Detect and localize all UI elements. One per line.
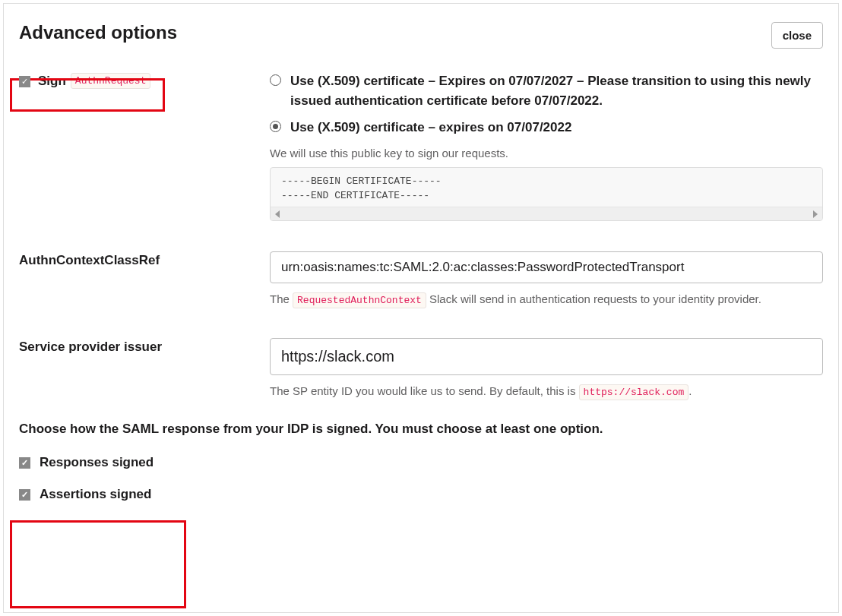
close-button[interactable]: close: [771, 22, 823, 49]
advanced-options-panel: Advanced options close ✓ Sign AuthnReque…: [3, 3, 839, 613]
responses-signed-label: Responses signed: [40, 455, 154, 470]
radio-icon: [270, 74, 281, 86]
assertions-signed-label: Assertions signed: [40, 487, 151, 502]
authn-context-row: AuthnContextClassRef The RequestedAuthnC…: [19, 251, 823, 308]
signing-section-note: Choose how the SAML response from your I…: [19, 422, 823, 437]
radio-selected-icon: [270, 121, 281, 132]
sp-issuer-input[interactable]: [270, 338, 823, 375]
cert-help-text: We will use this public key to sign our …: [270, 145, 823, 163]
authn-context-input[interactable]: [270, 251, 823, 283]
requested-authn-context-chip: RequestedAuthnContext: [293, 292, 426, 308]
checkbox-icon: ✓: [19, 489, 30, 501]
panel-header: Advanced options close: [19, 22, 823, 49]
sign-authnrequest-control[interactable]: ✓ Sign AuthnRequest: [19, 73, 270, 89]
highlight-response-signing: [10, 520, 186, 608]
cert-radio-option-new[interactable]: Use (X.509) certificate – Expires on 07/…: [270, 71, 823, 112]
certificate-textarea[interactable]: -----BEGIN CERTIFICATE----- -----END CER…: [270, 167, 823, 221]
page-title: Advanced options: [19, 22, 177, 43]
sign-authnrequest-row: ✓ Sign AuthnRequest Use (X.509) certific…: [19, 71, 823, 221]
cert-radio-label-old: Use (X.509) certificate – expires on 07/…: [290, 118, 571, 137]
assertions-signed-checkbox[interactable]: ✓ Assertions signed: [19, 487, 823, 502]
checkbox-icon: ✓: [19, 457, 30, 469]
cert-radio-option-old[interactable]: Use (X.509) certificate – expires on 07/…: [270, 118, 823, 137]
cert-radio-label-new: Use (X.509) certificate – Expires on 07/…: [290, 71, 823, 112]
sp-issuer-default-chip: https://slack.com: [579, 384, 689, 400]
checkbox-icon: ✓: [19, 76, 30, 87]
authn-context-label: AuthnContextClassRef: [19, 253, 270, 268]
sp-issuer-row: Service provider issuer The SP entity ID…: [19, 338, 823, 400]
responses-signed-checkbox[interactable]: ✓ Responses signed: [19, 455, 823, 470]
horizontal-scrollbar[interactable]: [271, 207, 822, 220]
sp-issuer-label: Service provider issuer: [19, 340, 270, 355]
sp-issuer-help: The SP entity ID you would like us to se…: [270, 383, 823, 400]
authn-context-help: The RequestedAuthnContext Slack will sen…: [270, 291, 823, 308]
certificate-content: -----BEGIN CERTIFICATE----- -----END CER…: [271, 168, 822, 207]
sign-code-chip: AuthnRequest: [71, 73, 151, 89]
sign-label: Sign: [38, 74, 66, 89]
